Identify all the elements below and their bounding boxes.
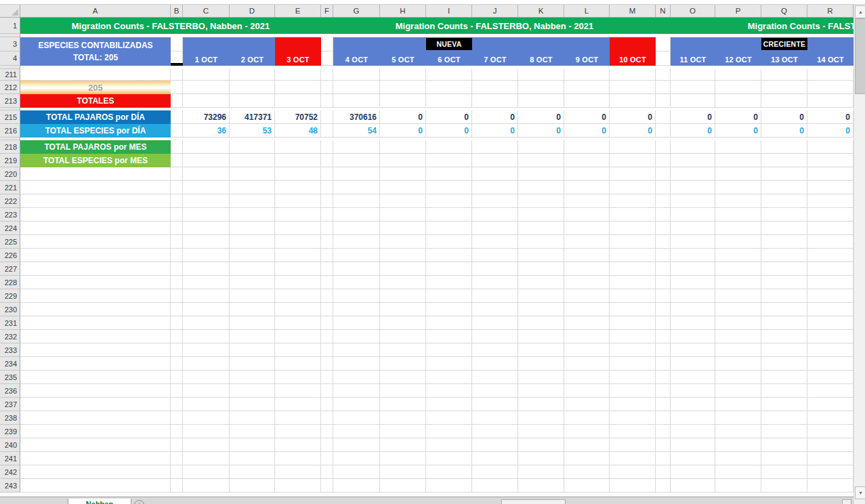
cell-G234[interactable] — [333, 357, 380, 371]
cell-P234[interactable] — [715, 357, 761, 371]
cell-L225[interactable] — [564, 235, 610, 249]
cell-F221[interactable] — [321, 181, 333, 194]
cell-K219[interactable] — [518, 154, 564, 167]
cell-M235[interactable] — [610, 371, 656, 384]
row-header-218[interactable]: 218 — [0, 140, 20, 154]
cell-E225[interactable] — [275, 235, 321, 249]
cell-C215-value[interactable]: 73296 — [183, 110, 230, 124]
cell-K225[interactable] — [518, 235, 564, 249]
cell-F231[interactable] — [321, 316, 333, 330]
cell-M230[interactable] — [610, 303, 656, 316]
cell-E213[interactable] — [275, 94, 321, 108]
cell-L243[interactable] — [564, 479, 610, 492]
cell-F213[interactable] — [321, 94, 333, 108]
cell-B236[interactable] — [171, 384, 183, 398]
cell-A230[interactable] — [20, 303, 171, 316]
cell-F226[interactable] — [321, 249, 333, 262]
cell-N236[interactable] — [656, 384, 671, 398]
cell-C224[interactable] — [183, 222, 230, 235]
cell-K220[interactable] — [518, 167, 564, 181]
cell-L235[interactable] — [564, 371, 610, 384]
cell-Q226[interactable] — [761, 249, 807, 262]
cell-M236[interactable] — [610, 384, 656, 398]
cell-C211[interactable] — [183, 69, 230, 81]
cell-Q235[interactable] — [761, 371, 807, 384]
cell-O240[interactable] — [671, 438, 715, 452]
cell-P224[interactable] — [715, 222, 761, 235]
cell-C218[interactable] — [183, 140, 230, 154]
cell-R232[interactable] — [807, 330, 853, 343]
cell-N235[interactable] — [656, 371, 671, 384]
cell-I213[interactable] — [426, 94, 472, 108]
row-header-224[interactable]: 224 — [0, 222, 20, 235]
cell-A220[interactable] — [20, 167, 171, 181]
cell-B223[interactable] — [171, 208, 183, 222]
row-header-232[interactable]: 232 — [0, 330, 20, 343]
cell-H234[interactable] — [380, 357, 426, 371]
cell-I224[interactable] — [426, 222, 472, 235]
cell-B224[interactable] — [171, 222, 183, 235]
cell-R222[interactable] — [807, 194, 853, 208]
cell-P225[interactable] — [715, 235, 761, 249]
cell-J212[interactable] — [472, 81, 518, 94]
cell-J220[interactable] — [472, 167, 518, 181]
cell-I243[interactable] — [426, 479, 472, 492]
cell-R219[interactable] — [807, 154, 853, 167]
cell-B218[interactable] — [171, 140, 183, 154]
cell-D218[interactable] — [230, 140, 275, 154]
cell-J228[interactable] — [472, 276, 518, 289]
column-header-N[interactable]: N — [656, 5, 671, 18]
cell-O223[interactable] — [671, 208, 715, 222]
cell-D241[interactable] — [230, 452, 275, 465]
cell-R241[interactable] — [807, 452, 853, 465]
cell-O233[interactable] — [671, 343, 715, 357]
cell-C213[interactable] — [183, 94, 230, 108]
cell-Q230[interactable] — [761, 303, 807, 316]
cell-R235[interactable] — [807, 371, 853, 384]
cell-K231[interactable] — [518, 316, 564, 330]
cell-O222[interactable] — [671, 194, 715, 208]
cell-Q218[interactable] — [761, 140, 807, 154]
cell-N223[interactable] — [656, 208, 671, 222]
cell-B229[interactable] — [171, 289, 183, 303]
cell-J34-date[interactable]: 7 OCT — [472, 37, 518, 66]
cell-N225[interactable] — [656, 235, 671, 249]
cell-O227[interactable] — [671, 262, 715, 276]
cell-H243[interactable] — [380, 479, 426, 492]
cell-H220[interactable] — [380, 167, 426, 181]
row-header-237[interactable]: 237 — [0, 398, 20, 411]
cell-R230[interactable] — [807, 303, 853, 316]
cell-M224[interactable] — [610, 222, 656, 235]
cell-I222[interactable] — [426, 194, 472, 208]
cell-G238[interactable] — [333, 411, 380, 425]
cell-N215[interactable] — [656, 110, 671, 124]
cell-A218[interactable]: TOTAL PAJAROS por MES — [20, 140, 171, 154]
cell-G236[interactable] — [333, 384, 380, 398]
cell-M212[interactable] — [610, 81, 656, 94]
cell-P220[interactable] — [715, 167, 761, 181]
cell-A221[interactable] — [20, 181, 171, 194]
cell-J226[interactable] — [472, 249, 518, 262]
cell-A224[interactable] — [20, 222, 171, 235]
row-header-211[interactable]: 211 — [0, 69, 20, 81]
cell-J241[interactable] — [472, 452, 518, 465]
row-header-243[interactable]: 243 — [0, 479, 20, 492]
cell-H224[interactable] — [380, 222, 426, 235]
cell-G216-value[interactable]: 54 — [333, 124, 380, 138]
row-header-231[interactable]: 231 — [0, 316, 20, 330]
cell-I218[interactable] — [426, 140, 472, 154]
cell-I221[interactable] — [426, 181, 472, 194]
row-header-240[interactable]: 240 — [0, 438, 20, 452]
cell-O215-value[interactable]: 0 — [671, 110, 715, 124]
cell-F219[interactable] — [321, 154, 333, 167]
cell-D213[interactable] — [230, 94, 275, 108]
cell-L232[interactable] — [564, 330, 610, 343]
cell-P218[interactable] — [715, 140, 761, 154]
cell-L213[interactable] — [564, 94, 610, 108]
cell-I227[interactable] — [426, 262, 472, 276]
cell-N222[interactable] — [656, 194, 671, 208]
cell-K221[interactable] — [518, 181, 564, 194]
cell-N4[interactable] — [656, 51, 671, 66]
cell-C235[interactable] — [183, 371, 230, 384]
cell-J231[interactable] — [472, 316, 518, 330]
